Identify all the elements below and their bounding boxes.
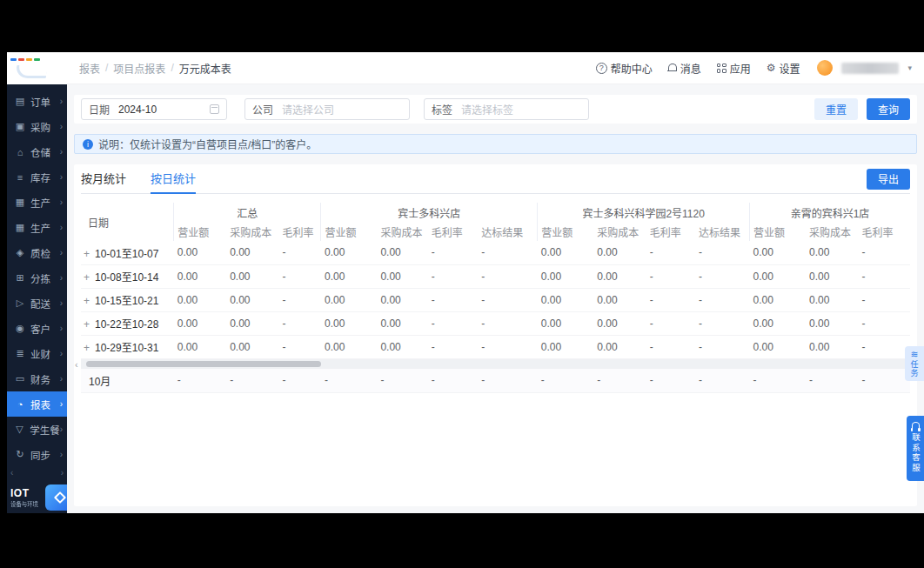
row-date-cell: +10-22至10-28: [81, 311, 174, 335]
chevron-right-icon: ›: [60, 273, 63, 283]
query-button[interactable]: 查询: [867, 98, 910, 120]
chevron-right-icon: ›: [60, 399, 63, 409]
iot-title: IOT: [10, 487, 45, 499]
sidebar-item-warehousing[interactable]: ⌂仓储›: [7, 139, 67, 164]
settings-button[interactable]: ⚙ 设置: [767, 61, 800, 76]
table-cell: 0.00: [226, 241, 278, 264]
sidebar-item-label: 客户: [30, 322, 60, 336]
table-cell: 0.00: [593, 264, 646, 288]
expand-row-icon[interactable]: +: [84, 342, 90, 354]
sidebar-item-delivery[interactable]: ▷配送›: [7, 291, 67, 316]
table-cell: -: [478, 335, 538, 358]
sidebar-item-orders[interactable]: ▤订单›: [7, 89, 67, 114]
factory-icon: ▦: [15, 222, 25, 233]
table-cell: -: [478, 241, 538, 264]
tag-filter-input[interactable]: 标签 请选择标签: [424, 98, 589, 120]
expand-row-icon[interactable]: +: [84, 318, 90, 331]
table-cell: -: [478, 311, 538, 335]
topbar: 报表/项目点报表/万元成本表 ? 帮助中心 消息 应用 ⚙ 设置 ▾: [67, 52, 924, 84]
scrollbar-thumb[interactable]: [86, 361, 321, 367]
calendar-icon[interactable]: [210, 104, 219, 114]
company-filter-input[interactable]: 公司 请选择公司: [244, 98, 410, 120]
expand-row-icon[interactable]: +: [84, 248, 90, 260]
breadcrumb-item[interactable]: 报表: [79, 61, 100, 76]
factory-icon: ▦: [15, 197, 25, 208]
expand-row-icon[interactable]: +: [84, 295, 90, 307]
layers-icon: ≡: [15, 172, 25, 183]
table-cell: -: [858, 311, 910, 335]
table-cell: -: [478, 264, 538, 288]
document-icon: ≣: [15, 348, 25, 359]
table-cell: -: [226, 369, 278, 392]
table-cell: 0.00: [806, 311, 858, 335]
user-menu-caret-icon[interactable]: ▾: [907, 63, 912, 72]
column-group-header: 宾士多科兴店: [321, 203, 538, 222]
sidebar-item-customers[interactable]: ◉客户›: [7, 316, 67, 341]
sidebar-item-label: 同步: [30, 448, 60, 462]
table-cell: 0.00: [174, 264, 226, 288]
scroll-left-icon[interactable]: ‹: [75, 359, 78, 370]
chevron-right-icon: ›: [60, 298, 63, 308]
expand-row-icon[interactable]: +: [84, 271, 90, 284]
avatar[interactable]: [817, 60, 833, 76]
gear-icon: ⚙: [767, 63, 776, 73]
export-button[interactable]: 导出: [867, 169, 910, 190]
table-cell: -: [428, 241, 478, 264]
sidebar-item-label: 质检: [30, 246, 60, 260]
sidebar-scroll-right-icon[interactable]: ›: [61, 467, 64, 479]
sidebar-item-production-1[interactable]: ▦生产›: [7, 190, 67, 215]
sidebar-item-sorting[interactable]: ⊞分拣›: [7, 265, 67, 291]
sidebar-item-finance[interactable]: ▭财务›: [7, 366, 67, 391]
table-cell: 0.00: [321, 264, 377, 288]
tag-filter-label: 标签: [432, 102, 452, 117]
sidebar-item-biz-finance[interactable]: ≣业财›: [7, 341, 67, 366]
breadcrumb-separator: /: [171, 62, 173, 74]
summary-row: 10月--------------: [81, 369, 910, 392]
table-cell: 0.00: [593, 335, 646, 358]
headset-icon: [912, 422, 920, 429]
chevron-right-icon: ›: [60, 223, 63, 232]
table-cell: 0.00: [538, 335, 593, 358]
sidebar-item-inventory[interactable]: ≡库存›: [7, 164, 67, 190]
sidebar-item-purchasing[interactable]: ▣采购›: [7, 114, 67, 139]
truck-icon: ▷: [15, 297, 25, 309]
table-row: +10-15至10-210.000.00-0.000.00--0.000.00-…: [81, 288, 910, 311]
notice-banner: i 说明：仅统计设置为“自营项目点/档口”的客户。: [74, 134, 917, 154]
task-panel-button[interactable]: ≋ 任务: [905, 346, 924, 381]
tab-monthly-stats[interactable]: 按月统计: [81, 164, 126, 194]
table-cell: -: [646, 369, 695, 392]
help-icon: ?: [596, 63, 607, 74]
column-header: 达标结果: [695, 222, 749, 241]
table-cell: -: [279, 241, 321, 264]
sidebar-item-quality[interactable]: ◈质检›: [7, 240, 67, 265]
contact-support-button[interactable]: 联系客服: [907, 416, 924, 481]
iot-text: IOT 设备与环境: [10, 487, 45, 509]
sidebar-menu: ▤订单›▣采购›⌂仓储›≡库存›▦生产›▦生产›◈质检›⊞分拣›▷配送›◉客户›…: [7, 84, 67, 467]
table-cell: 0.00: [226, 264, 278, 288]
tab-daily-stats[interactable]: 按日统计: [151, 164, 196, 194]
sidebar-scroll-left-icon[interactable]: ‹: [10, 467, 13, 479]
info-icon: i: [83, 139, 93, 150]
table-cell: -: [478, 369, 538, 392]
table-cell: 0.00: [806, 264, 858, 288]
table-cell: 0.00: [538, 288, 593, 311]
messages-button[interactable]: 消息: [668, 61, 701, 76]
task-list-icon: ≋: [910, 349, 918, 359]
iot-panel[interactable]: IOT 设备与环境: [7, 479, 67, 516]
sidebar-item-production-2[interactable]: ▦生产›: [7, 215, 67, 240]
table-cell: -: [695, 241, 749, 264]
breadcrumb-item[interactable]: 项目点报表: [113, 61, 165, 76]
date-filter-input[interactable]: 日期 2024-10: [81, 98, 227, 120]
reset-button[interactable]: 重置: [814, 98, 858, 120]
help-center-button[interactable]: ? 帮助中心: [596, 61, 653, 76]
chevron-right-icon: ›: [60, 97, 63, 106]
column-header: 毛利率: [646, 222, 695, 241]
sidebar-item-student-meals[interactable]: ▽学生餐›: [7, 417, 67, 442]
table-cell: 0.00: [321, 288, 377, 311]
sidebar-item-sync[interactable]: ↻同步›: [7, 442, 67, 467]
apps-button[interactable]: 应用: [717, 61, 751, 76]
sidebar-item-reports[interactable]: ◔报表›: [7, 391, 67, 417]
table-cell: 0.00: [806, 288, 858, 311]
table-cell: 0.00: [226, 288, 278, 311]
breadcrumb-item: 万元成本表: [179, 61, 231, 76]
